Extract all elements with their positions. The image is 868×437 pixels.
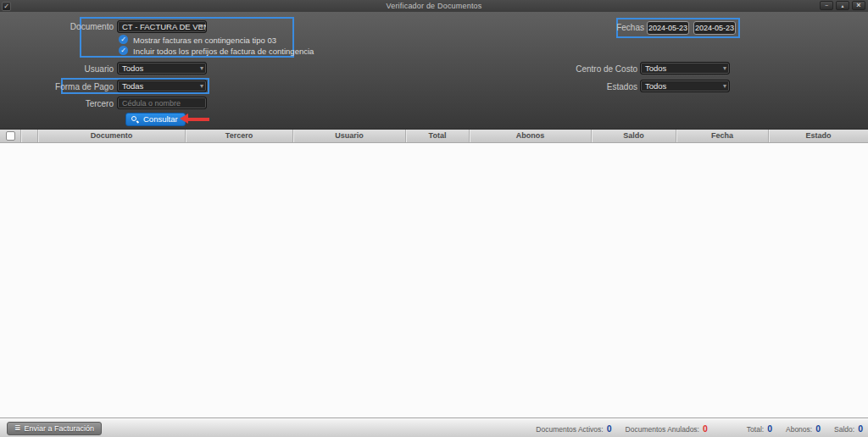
filter-panel: Documento CT - FACTURA DE VENTA ▾ ✓ Most… <box>0 12 868 129</box>
chevron-down-icon: ▾ <box>200 21 203 32</box>
centro-de-costo-select[interactable]: Todos ▾ <box>640 62 730 75</box>
chevron-down-icon: ▾ <box>723 80 726 91</box>
prefijos-contingencia-checkbox[interactable]: ✓ <box>119 46 128 55</box>
close-button[interactable]: × <box>852 1 865 10</box>
stat-total: Total: 0 <box>747 423 772 434</box>
stat-label: Documentos Anulados: <box>626 425 699 434</box>
column-header-total[interactable]: Total <box>405 130 469 142</box>
table-header: Documento Tercero Usuario Total Abonos S… <box>0 129 868 143</box>
usuario-label: Usuario <box>0 64 114 74</box>
forma-de-pago-select-value: Todas <box>122 81 143 91</box>
tercero-input[interactable] <box>117 97 207 109</box>
window-title: Verificador de Documentos <box>0 2 868 10</box>
column-header-abonos[interactable]: Abonos <box>469 130 591 142</box>
estados-select[interactable]: Todos ▾ <box>640 80 730 92</box>
prefijos-contingencia-label[interactable]: Incluir todos los prefijos de factura de… <box>133 47 314 56</box>
stat-saldo: Saldo: 0 <box>834 423 863 434</box>
minimize-button[interactable]: − <box>820 1 833 10</box>
column-header-saldo[interactable]: Saldo <box>591 130 676 142</box>
column-header-tercero[interactable]: Tercero <box>185 130 292 142</box>
column-header-fecha[interactable]: Fecha <box>676 130 768 142</box>
stat-abonos: Abonos: 0 <box>786 423 821 434</box>
column-header-estado[interactable]: Estado <box>768 130 868 142</box>
titlebar: ✓ Verificador de Documentos − ▲ × <box>0 0 868 12</box>
documento-select[interactable]: CT - FACTURA DE VENTA ▾ <box>117 20 207 33</box>
centro-de-costo-select-value: Todos <box>645 64 666 73</box>
fechas-label: Fechas <box>593 23 644 32</box>
status-bar: ≣ Enviar a Facturación Documentos Activo… <box>0 418 868 437</box>
estados-label: Estados <box>509 82 637 91</box>
red-arrow-annotation <box>180 113 210 124</box>
chevron-down-icon: ▾ <box>200 80 203 91</box>
enviar-button-label: Enviar a Facturación <box>25 424 95 433</box>
stat-value: 0 <box>607 423 612 434</box>
stat-value: 0 <box>767 423 772 434</box>
centro-de-costo-label: Centro de Costo <box>509 64 637 74</box>
contingencia-tipo03-label[interactable]: Mostrar facturas en contingencia tipo 03 <box>133 36 276 45</box>
maximize-button[interactable]: ▲ <box>836 1 849 10</box>
column-header-usuario[interactable]: Usuario <box>292 130 405 142</box>
arrow-tail <box>187 118 209 121</box>
stat-value: 0 <box>703 423 708 434</box>
forma-de-pago-select[interactable]: Todas ▾ <box>117 80 207 92</box>
stat-label: Abonos: <box>786 425 812 434</box>
window-controls: − ▲ × <box>820 1 865 10</box>
search-icon <box>131 116 136 121</box>
contingencia-tipo03-checkbox[interactable]: ✓ <box>119 35 128 44</box>
fecha-desde-field[interactable]: 2024-05-23 <box>647 21 689 35</box>
estados-select-value: Todos <box>645 81 666 91</box>
fecha-hasta-field[interactable]: 2024-05-23 <box>693 21 736 35</box>
usuario-select-value: Todos <box>122 64 143 73</box>
select-all-cell <box>0 130 20 142</box>
stat-value: 0 <box>858 423 863 434</box>
usuario-select[interactable]: Todos ▾ <box>117 62 207 75</box>
stat-label: Documentos Activos: <box>536 425 603 434</box>
enviar-a-facturacion-button[interactable]: ≣ Enviar a Facturación <box>7 422 102 435</box>
chevron-down-icon: ▾ <box>723 63 726 74</box>
table-body <box>0 143 868 418</box>
documento-label: Documento <box>0 22 114 31</box>
documento-select-value: CT - FACTURA DE VENTA <box>122 22 207 31</box>
stat-label: Total: <box>747 425 764 434</box>
column-header-documento[interactable]: Documento <box>37 130 185 142</box>
tercero-label: Tercero <box>0 99 114 108</box>
select-all-checkbox[interactable] <box>6 131 15 141</box>
stat-documentos-activos: Documentos Activos: 0 <box>536 423 611 434</box>
summary-stats: Documentos Activos: 0 Documentos Anulado… <box>522 419 863 437</box>
row-indicator-column <box>20 130 37 142</box>
consultar-button[interactable]: Consultar <box>125 113 186 126</box>
stat-label: Saldo: <box>834 425 854 434</box>
chevron-down-icon: ▾ <box>200 63 203 74</box>
app-window: ✓ Verificador de Documentos − ▲ × Docume… <box>0 0 868 437</box>
list-icon: ≣ <box>14 424 21 432</box>
forma-de-pago-label: Forma de Pago <box>0 82 114 91</box>
stat-value: 0 <box>815 423 821 434</box>
consultar-button-label: Consultar <box>143 114 178 124</box>
stat-documentos-anulados: Documentos Anulados: 0 <box>626 423 708 434</box>
